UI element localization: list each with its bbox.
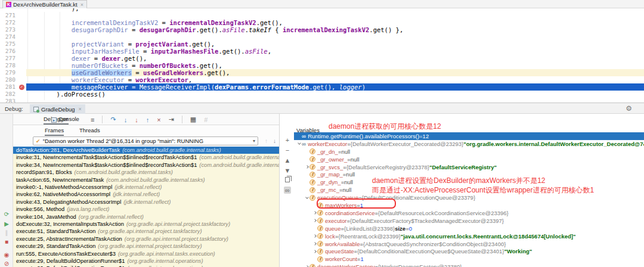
variable-row[interactable]: fcoordinationService = {DefaultResourceL… bbox=[294, 209, 644, 217]
chevron-collapsed-icon[interactable] bbox=[312, 235, 317, 237]
show-watches-icon[interactable]: ∞ bbox=[280, 187, 295, 194]
chevron-collapsed-icon[interactable] bbox=[304, 166, 309, 168]
drop-frame-icon[interactable]: × bbox=[157, 116, 160, 123]
step-out-icon[interactable]: ↑ bbox=[146, 116, 150, 123]
breakpoint-gutter[interactable] bbox=[17, 48, 26, 55]
stack-frame[interactable]: invoke:31, NewIncrementalTask$taskAction… bbox=[13, 154, 279, 161]
code-line[interactable]: 271 bbox=[0, 12, 644, 19]
run-to-cursor-icon[interactable]: ⇥ bbox=[169, 116, 174, 123]
stack-frame[interactable]: execute:51, StandardTaskAction(org.gradl… bbox=[13, 228, 279, 235]
chevron-collapsed-icon[interactable] bbox=[312, 219, 317, 222]
code-editor[interactable]: ),271272 incrementalDexingTaskV2 = incre… bbox=[0, 8, 644, 103]
variable-row[interactable]: fworkAvailable = {AbstractQueuedSynchron… bbox=[294, 240, 644, 248]
step-over-icon[interactable]: ↷ bbox=[110, 116, 116, 123]
evaluate-expression-icon[interactable]: ▦ bbox=[190, 116, 196, 123]
line-number[interactable]: 272 bbox=[0, 19, 17, 26]
stack-frame[interactable]: invoke:34, NewIncrementalTask$taskAction… bbox=[13, 162, 279, 169]
stack-frame[interactable]: execute:29, StandardTaskAction(org.gradl… bbox=[13, 243, 279, 250]
line-number[interactable]: 274 bbox=[0, 33, 17, 41]
stack-frame[interactable]: execute:29, DefaultBuildOperationRunner$… bbox=[13, 257, 279, 265]
breakpoint-gutter[interactable] bbox=[17, 55, 26, 62]
stack-frame[interactable]: invoke:43, DelegatingMethodAccessorImpl(… bbox=[13, 198, 279, 206]
breakpoint-gutter[interactable]: ✓ bbox=[17, 83, 26, 91]
code-line[interactable]: 279 useGradleWorkers = useGradleWorkers.… bbox=[0, 69, 644, 76]
line-number[interactable]: 282 bbox=[0, 91, 17, 98]
variable-row[interactable]: ∞workerExecutor = {DefaultWorkerExecutor… bbox=[294, 140, 644, 148]
breakpoint-gutter[interactable] bbox=[17, 91, 26, 98]
variable-row[interactable]: ∞Runtime.getRuntime().availableProcessor… bbox=[294, 132, 644, 140]
breakpoint-gutter[interactable] bbox=[17, 19, 26, 26]
variable-row[interactable]: f_gr_svcs_ = {DefaultServiceRegistry@233… bbox=[294, 163, 644, 171]
stack-frame[interactable]: invoke:104, JavaMethod(org.gradle.intern… bbox=[13, 213, 279, 221]
line-number[interactable]: 273 bbox=[0, 26, 17, 33]
chevron-collapsed-icon[interactable] bbox=[312, 212, 317, 214]
pause-program-icon[interactable]: ∥ bbox=[0, 229, 13, 236]
stack-frame[interactable]: invoke:62, NativeMethodAccessorImpl(jdk.… bbox=[13, 191, 279, 198]
breakpoint-gutter[interactable] bbox=[17, 76, 26, 83]
variable-row[interactable]: fexecutor = {DefaultExecutorFactory$Trac… bbox=[294, 217, 644, 225]
code-line[interactable]: 278 numberOfBuckets = numberOfBuckets.ge… bbox=[0, 62, 644, 69]
stack-frame[interactable]: recordSpan:91, Blocks(com.android.build.… bbox=[13, 169, 279, 176]
code-line[interactable]: 273 desugarGraphDir = desugarGraphDir.ge… bbox=[0, 26, 644, 33]
code-line[interactable]: 283 bbox=[0, 98, 644, 103]
stack-frame[interactable]: execute:25, AbstractIncrementalTaskActio… bbox=[13, 235, 279, 243]
breakpoint-gutter[interactable] bbox=[17, 41, 26, 48]
breakpoint-gutter[interactable] bbox=[17, 62, 26, 69]
mute-breakpoints-icon[interactable]: ⊘ bbox=[0, 260, 13, 267]
breakpoint-gutter[interactable] bbox=[17, 26, 26, 33]
remove-watch-icon[interactable]: − bbox=[280, 147, 295, 154]
close-session-icon[interactable]: × bbox=[79, 106, 82, 112]
resume-program-icon[interactable]: ▶ bbox=[0, 221, 13, 227]
view-breakpoints-icon[interactable]: ◉ bbox=[0, 252, 13, 258]
stack-frame[interactable]: execute:26, DefaultBuildOperationRunner$… bbox=[13, 265, 279, 267]
chevron-expanded-icon[interactable] bbox=[304, 197, 309, 198]
code-line[interactable]: 282 ).doProcess() bbox=[0, 91, 644, 98]
tab-console[interactable]: ▸Console bbox=[51, 116, 79, 124]
breakpoint-gutter[interactable] bbox=[17, 69, 26, 76]
trace-disabled-icon[interactable]: # bbox=[204, 116, 208, 123]
line-number[interactable]: 279 bbox=[0, 69, 17, 76]
variable-row[interactable]: f_gr_dn_ = null bbox=[294, 148, 644, 156]
close-tab-icon[interactable]: × bbox=[80, 2, 83, 8]
tool-window-gear-icon[interactable]: ⚙ bbox=[626, 104, 632, 113]
code-line[interactable]: 274 bbox=[0, 33, 644, 41]
chevron-expanded-icon[interactable] bbox=[296, 143, 302, 144]
tab-frames[interactable]: Frames bbox=[45, 127, 64, 136]
line-number[interactable]: 271 bbox=[0, 12, 17, 19]
stack-frame[interactable]: run:555, ExecuteActionsTaskExecuter$3(or… bbox=[13, 250, 279, 257]
move-watch-down-icon[interactable]: ▼ bbox=[280, 167, 295, 174]
code-line[interactable]: 272 incrementalDexingTaskV2 = incrementa… bbox=[0, 19, 644, 26]
stack-frame[interactable]: doExecute:32, IncrementalInputsTaskActio… bbox=[13, 221, 279, 228]
code-line[interactable]: 276 inputJarHashesFile = inputJarHashesF… bbox=[0, 48, 644, 55]
thread-selector[interactable]: ✔ "Daemon worker Thread 2"@16,314 in gro… bbox=[33, 136, 258, 145]
rerun-debug-icon[interactable]: ⟳ bbox=[0, 211, 13, 218]
duplicate-watch-icon[interactable] bbox=[280, 176, 295, 184]
breakpoint-gutter[interactable] bbox=[17, 98, 26, 103]
code-line[interactable]: 275 projectVariant = projectVariant.get(… bbox=[0, 41, 644, 48]
step-into-icon[interactable]: ↓ bbox=[124, 116, 128, 123]
line-number[interactable]: 283 bbox=[0, 98, 17, 103]
variable-row[interactable]: flock = {ReentrantLock@23399} "java.util… bbox=[294, 232, 644, 240]
tab-threads[interactable]: Threads bbox=[79, 127, 100, 135]
frame-up-icon[interactable]: ↑ bbox=[265, 138, 268, 144]
line-number[interactable]: 275 bbox=[0, 41, 17, 48]
code-line[interactable]: 281✓ messageReceiver = MessageReceiverIm… bbox=[0, 83, 644, 91]
line-number[interactable]: 280 bbox=[0, 76, 17, 83]
stack-frame[interactable]: invoke:566, Method(java.lang.reflect) bbox=[13, 206, 279, 213]
layout-settings-icon[interactable]: ≡ bbox=[91, 116, 94, 123]
line-number[interactable]: 277 bbox=[0, 55, 17, 62]
code-line[interactable]: 277 dexer = dexer.get(), bbox=[0, 55, 644, 62]
chevron-collapsed-icon[interactable] bbox=[312, 250, 317, 253]
variable-row[interactable]: f_gr_owner_ = null bbox=[294, 156, 644, 163]
variable-row[interactable]: fqueue = {LinkedList@23398} size = 0 bbox=[294, 225, 644, 232]
chevron-collapsed-icon[interactable] bbox=[312, 243, 317, 245]
breakpoint-gutter[interactable] bbox=[17, 33, 26, 41]
breakpoint-icon[interactable]: ✓ bbox=[19, 85, 24, 90]
variable-row[interactable]: fdaemonWorkerFactory = {WorkerDaemonFact… bbox=[294, 263, 644, 267]
add-watch-icon[interactable]: + bbox=[280, 136, 295, 144]
force-step-into-icon[interactable]: ↓ bbox=[135, 116, 138, 123]
stack-frame[interactable]: invoke0:-1, NativeMethodAccessorImpl(jdk… bbox=[13, 184, 279, 191]
stop-program-icon[interactable]: ■ bbox=[0, 238, 13, 245]
line-number[interactable]: 278 bbox=[0, 62, 17, 69]
line-number[interactable]: 276 bbox=[0, 48, 17, 55]
